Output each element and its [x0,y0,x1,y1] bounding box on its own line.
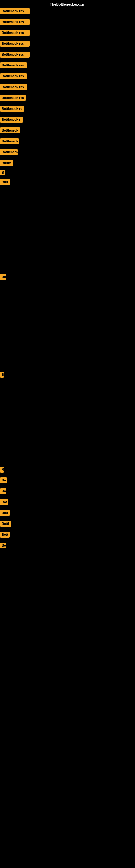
bottleneck-button-22[interactable]: Bo [0,488,6,494]
bottleneck-button-19[interactable]: B [0,372,4,378]
bottleneck-button-23[interactable]: Bot [0,499,8,505]
bottleneck-button-3[interactable]: Bottleneck res [0,30,30,36]
bottleneck-button-9[interactable]: Bottleneck res [0,95,26,101]
bottleneck-button-4[interactable]: Bottleneck res [0,41,30,46]
bottleneck-button-7[interactable]: Bottleneck res [0,73,27,79]
bottleneck-button-13[interactable]: Bottleneck [0,138,19,144]
bottleneck-button-1[interactable]: Bottleneck res [0,8,30,14]
bottleneck-button-11[interactable]: Bottleneck r [0,117,23,123]
bottleneck-button-26[interactable]: Bott [0,532,10,538]
bottleneck-button-14[interactable]: Bottleneck [0,149,17,155]
bottleneck-button-6[interactable]: Bottleneck res [0,62,27,68]
bottleneck-button-15[interactable]: Bottle [0,160,13,166]
bottleneck-button-8[interactable]: Bottleneck res [0,84,27,90]
bottleneck-button-10[interactable]: Bottleneck re [0,106,24,112]
bottleneck-button-12[interactable]: Bottleneck [0,127,20,133]
site-title: TheBottlenecker.com [0,0,135,9]
bottleneck-button-20[interactable]: R [0,467,4,472]
bottleneck-button-21[interactable]: Bo [0,477,7,484]
bottleneck-button-2[interactable]: Bottleneck res [0,19,30,25]
bottleneck-button-5[interactable]: Bottleneck res [0,52,30,58]
bottleneck-button-18[interactable]: Bo [0,274,6,280]
bottleneck-button-16[interactable]: B [0,169,5,176]
bottleneck-button-27[interactable]: Bo [0,542,6,549]
bottleneck-button-24[interactable]: Bott [0,510,10,516]
bottleneck-button-17[interactable]: Bott [0,179,10,185]
bottleneck-button-25[interactable]: Bottl [0,521,11,527]
